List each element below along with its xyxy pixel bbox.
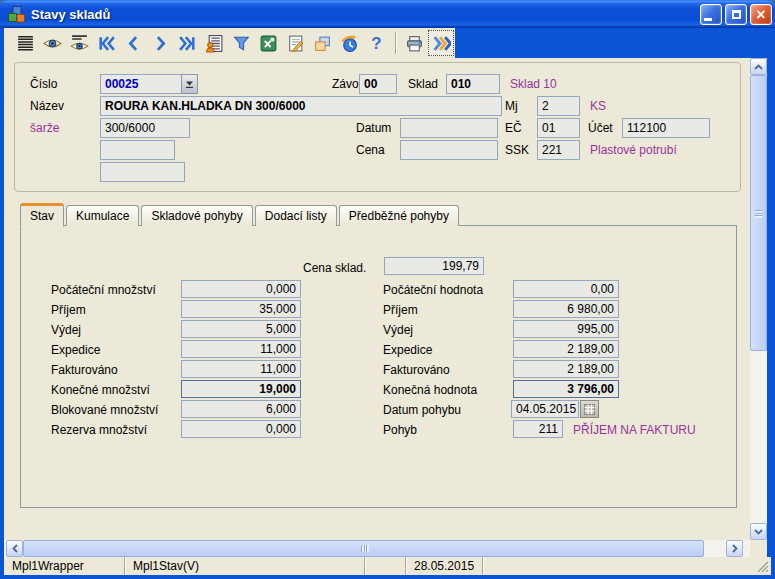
val-row-field[interactable]: 0,00 — [513, 280, 619, 298]
qty-row-label: Fakturováno — [51, 363, 118, 377]
zavod-field[interactable]: 00 — [359, 74, 397, 94]
print-button[interactable] — [401, 30, 427, 56]
history-clock-icon — [340, 34, 359, 53]
statusbar-panel-empty — [365, 557, 406, 575]
tab-skladove-pohyby[interactable]: Skladové pohyby — [141, 205, 252, 226]
qty-row-label: Příjem — [51, 303, 86, 317]
datum-field[interactable] — [400, 118, 498, 138]
excel-icon — [259, 34, 278, 53]
nazev-field[interactable]: ROURA KAN.HLADKA DN 300/6000 — [100, 96, 502, 116]
cena-sklad-label: Cena sklad. — [303, 261, 366, 275]
calendar-button[interactable] — [580, 400, 599, 418]
client-area: Číslo 00025 Závod 00 Sklad 010 Sklad 10 … — [4, 58, 750, 540]
val-row-field[interactable]: 6 980,00 — [513, 300, 619, 318]
scroll-right-button[interactable] — [726, 540, 743, 557]
sarze-field[interactable]: 300/6000 — [100, 118, 190, 138]
datum-label: Datum — [356, 121, 391, 135]
scroll-down-button[interactable] — [750, 523, 767, 540]
val-row-field[interactable]: 3 796,00 — [513, 380, 619, 398]
view-button[interactable] — [39, 30, 65, 56]
filter-form-button[interactable] — [201, 30, 227, 56]
val-row-label: Výdej — [383, 323, 413, 337]
vscroll-thumb[interactable] — [750, 75, 767, 351]
filter-button[interactable] — [228, 30, 254, 56]
tab-dodaci-listy[interactable]: Dodací listy — [255, 205, 337, 226]
tab-label: Předběžné pohyby — [349, 209, 449, 223]
qty-row-field[interactable]: 11,000 — [181, 340, 301, 358]
ucet-label: Účet — [588, 121, 613, 135]
sklad-field[interactable]: 010 — [446, 74, 500, 94]
qty-row-field[interactable]: 6,000 — [181, 400, 301, 418]
val-row-label: Fakturováno — [383, 363, 450, 377]
close-button[interactable] — [750, 4, 772, 25]
qty-row-label: Konečné množství — [51, 383, 150, 397]
browse-list-button[interactable] — [12, 30, 38, 56]
dropdown-arrow-icon — [185, 80, 194, 89]
cena-field[interactable] — [400, 140, 498, 160]
history-button[interactable] — [336, 30, 362, 56]
first-record-button[interactable] — [93, 30, 119, 56]
statusbar-panel-blank — [483, 557, 771, 575]
val-row-label: Expedice — [383, 343, 432, 357]
empty-field-1[interactable] — [100, 140, 175, 160]
resize-grip-icon[interactable] — [756, 560, 769, 573]
cislo-dropdown-button[interactable] — [181, 74, 198, 94]
datum-pohybu-field[interactable]: 04.05.2015 — [511, 400, 579, 418]
tab-label: Kumulace — [76, 209, 129, 223]
help-button[interactable]: ? — [363, 30, 389, 56]
scroll-up-button[interactable] — [750, 58, 767, 75]
qty-row-label: Expedice — [51, 343, 100, 357]
filter-form-icon — [205, 34, 224, 53]
edit-button[interactable] — [282, 30, 308, 56]
mj-field[interactable]: 2 — [537, 96, 580, 116]
qty-row-field[interactable]: 5,000 — [181, 320, 301, 338]
cislo-label: Číslo — [30, 77, 57, 91]
view-detail-button[interactable] — [66, 30, 92, 56]
val-row-field[interactable]: 995,00 — [513, 320, 619, 338]
eye-list-icon — [70, 34, 89, 53]
sklad-label: Sklad — [408, 77, 438, 91]
hscroll-thumb[interactable] — [23, 540, 704, 557]
last-record-button[interactable] — [174, 30, 200, 56]
vertical-scrollbar[interactable] — [750, 58, 767, 540]
tab-kumulace[interactable]: Kumulace — [66, 205, 139, 226]
qty-row-field[interactable]: 0,000 — [181, 420, 301, 438]
export-excel-button[interactable] — [255, 30, 281, 56]
tab-label: Stav — [30, 209, 54, 223]
previous-record-icon — [124, 34, 143, 53]
qty-row-field[interactable]: 11,000 — [181, 360, 301, 378]
cena-label: Cena — [356, 143, 385, 157]
cislo-field[interactable]: 00025 — [100, 74, 182, 94]
minimize-button[interactable] — [700, 4, 722, 25]
copy-button[interactable] — [309, 30, 335, 56]
ucet-field[interactable]: 112100 — [622, 118, 710, 138]
tab-predbezne-pohyby[interactable]: Předběžné pohyby — [339, 205, 459, 226]
horizontal-scrollbar[interactable] — [4, 540, 750, 557]
pohyb-field[interactable]: 211 — [513, 420, 563, 438]
cena-sklad-field[interactable]: 199,79 — [384, 257, 484, 275]
tab-stav[interactable]: Stav — [20, 203, 64, 227]
ssk-field[interactable]: 221 — [537, 140, 580, 160]
val-row-field[interactable]: 2 189,00 — [513, 360, 619, 378]
qty-row-field[interactable]: 0,000 — [181, 280, 301, 298]
titlebar: Stavy skladů — [0, 0, 775, 28]
ec-field[interactable]: 01 — [537, 118, 580, 138]
val-row-field[interactable]: 2 189,00 — [513, 340, 619, 358]
next-record-button[interactable] — [147, 30, 173, 56]
chevron-left-icon — [12, 544, 18, 553]
qty-row-field[interactable]: 35,000 — [181, 300, 301, 318]
chevron-right-icon — [732, 544, 738, 553]
list-lines-icon — [16, 34, 35, 53]
minimize-icon — [704, 18, 712, 21]
qty-row-label: Výdej — [51, 323, 81, 337]
close-icon — [756, 6, 765, 24]
scrollbar-corner — [750, 540, 767, 557]
empty-field-2[interactable] — [100, 162, 185, 182]
previous-record-button[interactable] — [120, 30, 146, 56]
funnel-icon — [232, 34, 251, 53]
run-button[interactable] — [428, 30, 454, 56]
first-record-icon — [97, 34, 116, 53]
qty-row-field[interactable]: 19,000 — [181, 380, 301, 398]
scroll-left-button[interactable] — [6, 540, 23, 557]
maximize-button[interactable] — [725, 4, 747, 25]
